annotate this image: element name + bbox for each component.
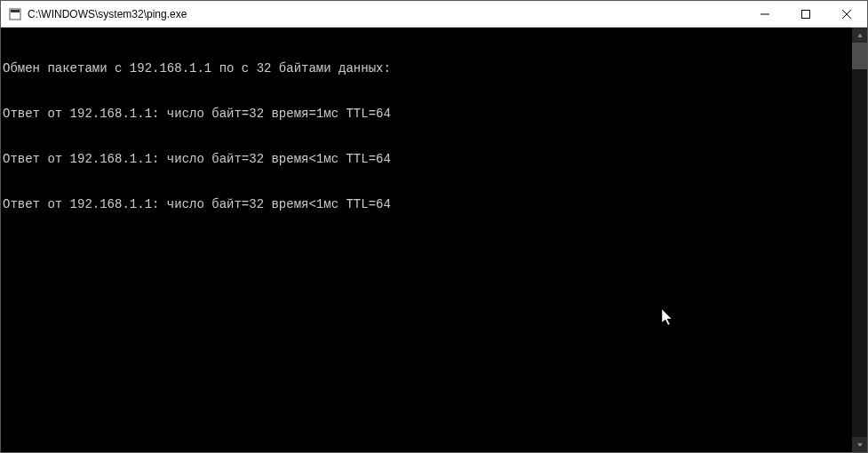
window-controls	[745, 1, 867, 27]
app-icon	[8, 7, 22, 21]
console-area: Обмен пакетами с 192.168.1.1 по с 32 бай…	[1, 28, 867, 452]
console-output[interactable]: Обмен пакетами с 192.168.1.1 по с 32 бай…	[1, 28, 852, 452]
close-button[interactable]	[826, 1, 867, 27]
titlebar[interactable]: C:\WINDOWS\system32\ping.exe	[1, 1, 867, 28]
scrollbar-thumb[interactable]	[852, 43, 867, 69]
scroll-down-arrow[interactable]	[852, 437, 867, 452]
output-line: Ответ от 192.168.1.1: число байт=32 врем…	[3, 152, 852, 167]
output-line: Обмен пакетами с 192.168.1.1 по с 32 бай…	[3, 61, 852, 76]
output-line: Ответ от 192.168.1.1: число байт=32 врем…	[3, 107, 852, 122]
window-title: C:\WINDOWS\system32\ping.exe	[28, 8, 745, 20]
svg-rect-1	[11, 10, 20, 12]
svg-rect-3	[802, 10, 810, 18]
scroll-up-arrow[interactable]	[852, 28, 867, 43]
output-line: Ответ от 192.168.1.1: число байт=32 врем…	[3, 197, 852, 212]
vertical-scrollbar[interactable]	[852, 28, 867, 452]
scrollbar-track[interactable]	[852, 43, 867, 437]
console-window: C:\WINDOWS\system32\ping.exe Обмен пакет…	[0, 0, 868, 453]
maximize-button[interactable]	[785, 1, 826, 27]
minimize-button[interactable]	[745, 1, 785, 27]
